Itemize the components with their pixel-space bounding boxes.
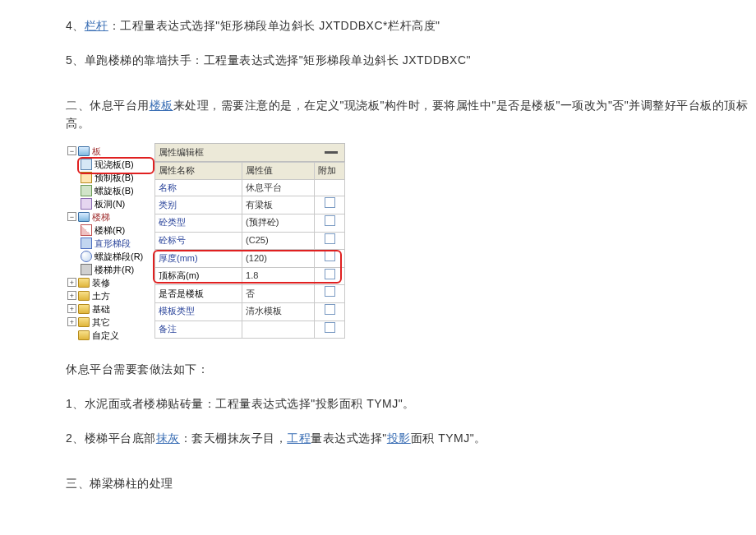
prop-name: 顶标高(m) xyxy=(155,267,242,285)
tree-node[interactable]: +其它 xyxy=(66,316,154,329)
tree-label: 自定义 xyxy=(92,329,119,342)
collapse-icon[interactable]: − xyxy=(67,146,76,155)
folder-icon xyxy=(78,291,90,301)
checkbox[interactable] xyxy=(325,304,335,315)
prop-value[interactable]: (预拌砼) xyxy=(242,214,315,232)
table-row[interactable]: 是否是楼板否 xyxy=(155,285,345,303)
tree-label: 板洞(N) xyxy=(94,197,125,210)
prop-extra[interactable] xyxy=(315,267,345,285)
checkbox[interactable] xyxy=(325,251,335,261)
slab-icon xyxy=(81,185,92,196)
expand-icon[interactable]: + xyxy=(67,304,76,313)
table-row[interactable]: 砼标号(C25) xyxy=(155,232,345,250)
para-5: 5、单跑楼梯的靠墙扶手：工程量表达式选择"矩形梯段单边斜长 JXTDDBXC" xyxy=(66,51,756,69)
tree-item[interactable]: 板洞(N) xyxy=(66,197,154,210)
table-row[interactable]: 顶标高(m)1.8 xyxy=(155,267,345,285)
text: 4、 xyxy=(66,19,85,32)
tree-node[interactable]: 自定义 xyxy=(66,329,154,342)
expand-icon[interactable]: + xyxy=(67,317,76,326)
checkbox[interactable] xyxy=(325,269,335,279)
prop-value[interactable]: 清水模板 xyxy=(242,302,315,321)
prop-extra[interactable] xyxy=(315,250,345,268)
prop-extra[interactable] xyxy=(315,214,345,232)
para-4: 4、栏杆：工程量表达式选择"矩形梯段单边斜长 JXTDDBXC*栏杆高度" xyxy=(66,16,756,35)
folder-icon xyxy=(78,212,90,222)
col-value: 属性值 xyxy=(242,163,315,180)
tree-node[interactable]: +土方 xyxy=(66,289,154,302)
prop-value[interactable]: (C25) xyxy=(242,232,315,250)
para-rest-1: 1、水泥面或者楼梯贴砖量：工程量表达式选择"投影面积 TYMJ"。 xyxy=(66,394,756,413)
tree-item[interactable]: 螺旋板(B) xyxy=(66,184,154,197)
minimize-icon[interactable] xyxy=(325,151,338,154)
tree-label: 板 xyxy=(92,145,101,158)
tree-node-ban[interactable]: − 板 xyxy=(66,145,154,158)
folder-icon xyxy=(78,317,90,327)
col-extra: 附加 xyxy=(315,163,345,180)
prop-extra[interactable] xyxy=(315,302,345,321)
checkbox[interactable] xyxy=(325,197,335,208)
text: 量表达式选择" xyxy=(311,431,386,445)
prop-extra[interactable] xyxy=(315,321,345,339)
prop-name: 厚度(mm) xyxy=(155,250,242,268)
tree-label: 楼梯(R) xyxy=(94,224,125,237)
checkbox[interactable] xyxy=(325,286,335,297)
prop-value[interactable]: (120) xyxy=(242,250,315,268)
link-langan[interactable]: 栏杆 xyxy=(85,19,108,32)
checkbox[interactable] xyxy=(325,215,335,226)
prop-name: 砼标号 xyxy=(155,232,242,250)
prop-value[interactable]: 休息平台 xyxy=(242,179,315,196)
tree-node-louti[interactable]: − 楼梯 xyxy=(66,210,154,224)
link-touying[interactable]: 投影 xyxy=(387,431,411,445)
folder-icon xyxy=(78,330,90,340)
prop-value[interactable]: 1.8 xyxy=(242,267,315,285)
tree-item[interactable]: 楼梯井(R) xyxy=(66,263,154,276)
tree-item[interactable]: 预制板(B) xyxy=(66,171,154,184)
table-row[interactable]: 厚度(mm)(120) xyxy=(155,250,345,268)
tree-label: 螺旋板(B) xyxy=(94,184,134,197)
link-gongcheng[interactable]: 工程 xyxy=(287,431,311,445)
slab-icon xyxy=(81,198,92,210)
collapse-icon[interactable]: − xyxy=(67,212,76,221)
expand-icon[interactable]: + xyxy=(67,291,76,300)
tree-item[interactable]: 直形梯段 xyxy=(66,237,154,250)
tree-label: 楼梯井(R) xyxy=(94,263,134,276)
tree-label: 装修 xyxy=(92,276,110,289)
table-row[interactable]: 名称休息平台 xyxy=(155,179,345,196)
tree-item[interactable]: 楼梯(R) xyxy=(66,224,154,237)
text: 2、楼梯平台底部 xyxy=(66,431,156,445)
tree-label: 预制板(B) xyxy=(94,171,134,184)
tree-item[interactable]: 螺旋梯段(R) xyxy=(66,250,154,263)
link-mohui[interactable]: 抹灰 xyxy=(156,431,180,445)
prop-extra[interactable] xyxy=(315,232,345,250)
property-table: 属性名称 属性值 附加 名称休息平台类别有梁板砼类型(预拌砼)砼标号(C25)厚… xyxy=(154,162,345,339)
prop-value[interactable]: 否 xyxy=(242,285,315,303)
prop-value[interactable]: 有梁板 xyxy=(242,196,315,214)
text: 面积 TYMJ"。 xyxy=(411,431,486,445)
checkbox[interactable] xyxy=(325,322,335,333)
tree-node[interactable]: +基础 xyxy=(66,302,154,316)
prop-name: 类别 xyxy=(155,196,242,214)
table-row[interactable]: 备注 xyxy=(155,321,345,339)
para-rest-2: 2、楼梯平台底部抹灰：套天棚抹灰子目，工程量表达式选择"投影面积 TYMJ"。 xyxy=(66,429,756,447)
link-louban[interactable]: 楼板 xyxy=(150,99,173,112)
prop-extra[interactable] xyxy=(315,285,345,303)
checkbox[interactable] xyxy=(325,233,335,244)
folder-icon xyxy=(78,146,90,156)
tree-node[interactable]: +装修 xyxy=(66,276,154,289)
screenshot-figure: − 板 现浇板(B) 预制板(B) 螺旋板(B) 板洞(N) − 楼梯 xyxy=(66,143,756,344)
prop-extra[interactable] xyxy=(315,196,345,214)
prop-name: 砼类型 xyxy=(155,214,242,232)
prop-extra[interactable] xyxy=(315,179,345,196)
expand-icon[interactable]: + xyxy=(67,278,76,287)
table-row[interactable]: 砼类型(预拌砼) xyxy=(155,214,345,232)
tree-item[interactable]: 现浇板(B) xyxy=(66,158,154,171)
slab-icon xyxy=(81,172,92,183)
col-name: 属性名称 xyxy=(155,163,242,180)
prop-name: 备注 xyxy=(155,321,242,339)
table-row[interactable]: 类别有梁板 xyxy=(155,196,345,214)
prop-value[interactable] xyxy=(242,321,315,339)
tree-label: 直形梯段 xyxy=(94,237,131,250)
stair-icon xyxy=(81,251,92,262)
table-row[interactable]: 模板类型清水模板 xyxy=(155,302,345,321)
tree-label: 楼梯 xyxy=(92,210,110,224)
